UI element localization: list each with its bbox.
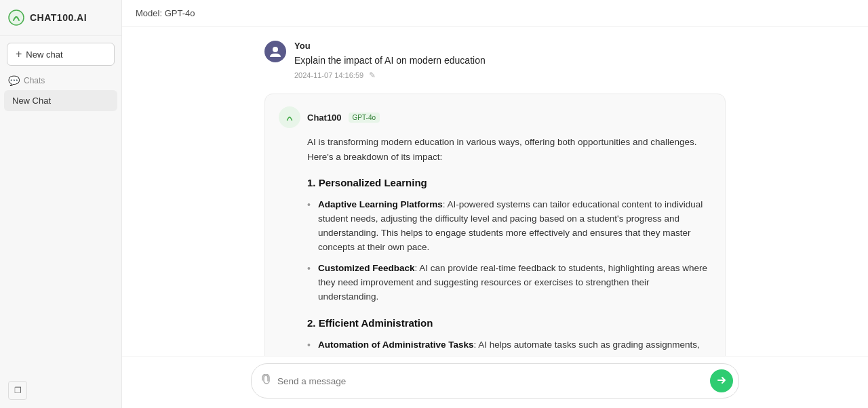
chat-item-label: New Chat <box>12 96 51 106</box>
model-label: Model: GPT-4o <box>136 8 195 18</box>
new-chat-button[interactable]: + New chat <box>7 43 115 66</box>
chat-list-item[interactable]: New Chat <box>4 90 117 111</box>
ai-intro: AI is transforming modern education in v… <box>307 135 711 164</box>
bullet-term: Automation of Administrative Tasks <box>318 340 474 350</box>
message-meta: 2024-11-07 14:16:59 ✎ <box>294 70 726 80</box>
ai-avatar <box>279 106 300 128</box>
sidebar-bottom: ❐ <box>0 373 121 408</box>
message-input[interactable] <box>277 376 705 386</box>
user-avatar <box>264 41 286 62</box>
input-bar <box>122 356 868 408</box>
input-wrapper <box>251 363 739 399</box>
bullet-item: Adaptive Learning Platforms: AI-powered … <box>307 198 711 255</box>
chats-section: 💬 Chats <box>0 70 121 89</box>
chats-label: Chats <box>24 76 45 85</box>
ai-message: Chat100 GPT-4o AI is transforming modern… <box>264 94 726 356</box>
chats-icon: 💬 <box>8 75 20 86</box>
send-button[interactable] <box>710 369 733 392</box>
bullet-item: Customized Feedback: AI can provide real… <box>307 262 711 304</box>
logo-icon <box>8 9 24 26</box>
bullet-item: Automation of Administrative Tasks: AI h… <box>307 338 711 356</box>
section-2-bullets: Automation of Administrative Tasks: AI h… <box>307 338 711 356</box>
ai-body: AI is transforming modern education in v… <box>279 135 711 356</box>
collapse-button[interactable]: ❐ <box>8 381 27 400</box>
section-title-2: 2. Efficient Administration <box>307 315 711 331</box>
main-content: Model: GPT-4o You Explain the impact of … <box>122 0 868 408</box>
model-badge: GPT-4o <box>349 113 380 123</box>
section-title-1: 1. Personalized Learning <box>307 175 711 191</box>
bullet-term: Customized Feedback <box>318 263 415 273</box>
ai-name: Chat100 <box>307 113 342 123</box>
section-1-bullets: Adaptive Learning Platforms: AI-powered … <box>307 198 711 304</box>
model-bar: Model: GPT-4o <box>122 0 868 27</box>
user-text: Explain the impact of AI on modern educa… <box>294 54 726 68</box>
message-container: You Explain the impact of AI on modern e… <box>251 41 739 356</box>
logo-area: CHAT100.AI <box>0 0 121 36</box>
ai-header: Chat100 GPT-4o <box>279 106 711 128</box>
collapse-icon: ❐ <box>14 386 22 395</box>
edit-icon[interactable]: ✎ <box>369 70 376 80</box>
user-message: You Explain the impact of AI on modern e… <box>264 41 726 80</box>
chat-area: You Explain the impact of AI on modern e… <box>122 27 868 356</box>
attach-icon[interactable] <box>261 374 272 388</box>
user-message-content: You Explain the impact of AI on modern e… <box>294 41 726 80</box>
user-name: You <box>294 41 726 51</box>
plus-icon: + <box>16 49 22 60</box>
send-icon <box>717 375 726 387</box>
svg-point-1 <box>273 47 278 52</box>
logo-text: CHAT100.AI <box>30 12 87 23</box>
new-chat-label: New chat <box>26 49 62 60</box>
bullet-term: Adaptive Learning Platforms <box>318 199 443 209</box>
sidebar: CHAT100.AI + New chat 💬 Chats New Chat ❐ <box>0 0 122 408</box>
message-timestamp: 2024-11-07 14:16:59 <box>294 71 363 79</box>
